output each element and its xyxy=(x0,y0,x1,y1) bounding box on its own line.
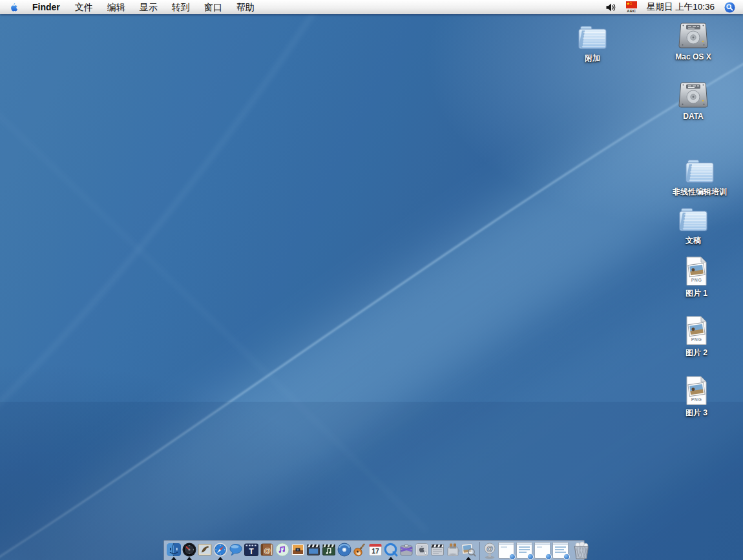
running-indicator xyxy=(388,557,393,560)
dock-icon-toolbox[interactable] xyxy=(399,542,414,559)
folder-icon xyxy=(676,205,710,234)
film-letter-t-icon: T xyxy=(244,542,259,557)
dock-app-section: T @ xyxy=(166,542,476,559)
address-book-icon: @ xyxy=(259,542,275,557)
desktop-icon-folder-nle-training[interactable]: 非线性编辑培训 xyxy=(664,157,735,198)
running-indicator xyxy=(171,557,176,560)
running-indicator xyxy=(466,557,471,560)
png-type-badge: PNG xyxy=(684,397,709,402)
png-type-badge: PNG xyxy=(684,278,709,282)
dock-icon-garageband[interactable] xyxy=(352,542,368,559)
png-type-badge: PNG xyxy=(684,337,709,342)
quicktime-q-icon xyxy=(383,542,399,557)
dock-icon-final-cut[interactable] xyxy=(430,542,445,559)
running-indicator xyxy=(187,557,192,560)
input-method-menu[interactable]: ABC xyxy=(626,1,637,13)
toaster-icon xyxy=(445,542,461,557)
running-indicator xyxy=(218,557,223,560)
desktop-icon-image-1[interactable]: PNG 图片 1 xyxy=(661,256,732,299)
aqua-wallpaper-art xyxy=(0,14,743,560)
hard-drive-icon xyxy=(676,21,710,51)
spotlight-icon[interactable] xyxy=(724,2,735,13)
svg-text:T: T xyxy=(249,547,254,556)
dock-icon-system-preferences[interactable] xyxy=(414,542,430,559)
dock-icon-livetype[interactable]: T xyxy=(244,542,259,559)
dock-icon-preview[interactable] xyxy=(461,542,476,559)
desktop-icon-label: 图片 3 xyxy=(685,408,707,419)
desktop-wallpaper: 附加 Mac OS X DATA 非线性编辑培训 文稿 PNG 图片 1 PNG… xyxy=(0,14,743,560)
desktop-icon-label: 附加 xyxy=(585,53,600,64)
desktop-icon-image-2[interactable]: PNG 图片 2 xyxy=(661,315,732,358)
dock: T @ xyxy=(163,540,585,560)
png-file-icon: PNG xyxy=(684,375,709,406)
hard-drive-icon xyxy=(676,81,710,110)
dock-icon-imovie[interactable] xyxy=(306,542,321,559)
menu-view[interactable]: 显示 xyxy=(132,0,165,14)
menu-help[interactable]: 帮助 xyxy=(229,0,262,14)
svg-text:@: @ xyxy=(487,544,494,552)
desktop-icon-volume-data[interactable]: DATA xyxy=(658,81,729,121)
menu-bar: Finder 文件 编辑 显示 转到 窗口 帮助 ABC 星期日 上午10:36 xyxy=(0,0,743,14)
dock-icon-finder[interactable] xyxy=(166,542,182,559)
desktop-icon-folder-wengao[interactable]: 文稿 xyxy=(658,205,729,246)
crate-straps-icon xyxy=(399,542,414,557)
desktop-icon-folder-fujia[interactable]: 附加 xyxy=(557,23,628,64)
desktop-icon-label: DATA xyxy=(683,112,704,121)
desktop-icon-image-3[interactable]: PNG 图片 3 xyxy=(661,375,732,419)
dock-icon-toast[interactable] xyxy=(445,542,461,559)
menu-window[interactable]: 窗口 xyxy=(197,0,229,14)
dock-icon-ical[interactable]: 17 xyxy=(368,542,383,559)
photo-loupe-icon xyxy=(461,542,476,557)
movie-clapper-icon xyxy=(306,542,321,557)
minimized-window[interactable] xyxy=(534,542,550,559)
apple-menu[interactable] xyxy=(4,0,25,14)
finder-face-icon xyxy=(166,542,182,557)
guitar-icon xyxy=(352,542,368,557)
menu-file[interactable]: 文件 xyxy=(68,0,100,14)
chat-bubble-icon xyxy=(228,542,244,557)
window-titlebar xyxy=(517,543,532,545)
dock-separator xyxy=(479,542,480,560)
calendar-icon: 17 xyxy=(368,542,383,557)
minimized-window[interactable] xyxy=(516,542,532,559)
menu-clock[interactable]: 星期日 上午10:36 xyxy=(647,1,715,13)
window-titlebar xyxy=(535,543,550,545)
music-clapper-icon xyxy=(321,542,337,557)
svg-text:@: @ xyxy=(264,546,271,554)
app-menu-finder[interactable]: Finder xyxy=(25,0,68,14)
dock-icon-itunes[interactable] xyxy=(275,542,290,559)
dock-icon-idvd[interactable] xyxy=(337,542,352,559)
dock-icon-soundtrack[interactable] xyxy=(321,542,337,559)
menu-edit[interactable]: 编辑 xyxy=(100,0,132,14)
window-titlebar xyxy=(553,543,568,545)
dock-icon-address-book[interactable]: @ xyxy=(259,542,275,559)
desktop-icon-label: 图片 2 xyxy=(685,347,707,358)
menu-go[interactable]: 转到 xyxy=(165,0,197,14)
dock-icon-iphoto[interactable] xyxy=(290,542,306,559)
minimized-window[interactable] xyxy=(552,542,569,559)
volume-icon[interactable] xyxy=(605,3,616,12)
desktop-icon-volume-macosx[interactable]: Mac OS X xyxy=(658,21,729,61)
dvd-disc-icon xyxy=(337,542,352,557)
minimized-window[interactable] xyxy=(498,542,514,559)
safari-badge-icon xyxy=(509,554,516,560)
desktop-icon-label: 非线性编辑培训 xyxy=(673,187,727,198)
webloc-at-stand-icon[interactable]: @ xyxy=(483,542,496,559)
png-file-icon: PNG xyxy=(684,256,709,287)
folder-icon xyxy=(683,157,717,185)
png-file-icon: PNG xyxy=(684,315,709,346)
trash-full-icon[interactable] xyxy=(572,542,591,559)
dock-icon-mail[interactable] xyxy=(197,542,213,559)
photo-camera-icon xyxy=(290,542,306,557)
dock-icon-safari[interactable] xyxy=(213,542,228,559)
dock-documents-section: @ xyxy=(483,542,591,559)
dock-icon-dashboard[interactable] xyxy=(182,542,197,559)
safari-badge-icon xyxy=(545,554,552,560)
clapperboard-icon xyxy=(430,542,445,557)
safari-badge-icon xyxy=(527,554,534,560)
apple-logo-icon xyxy=(10,1,19,13)
dock-icon-ichat[interactable] xyxy=(228,542,244,559)
stamp-eagle-icon xyxy=(197,542,213,557)
music-cd-icon xyxy=(275,542,290,557)
dock-icon-quicktime[interactable] xyxy=(383,542,399,559)
